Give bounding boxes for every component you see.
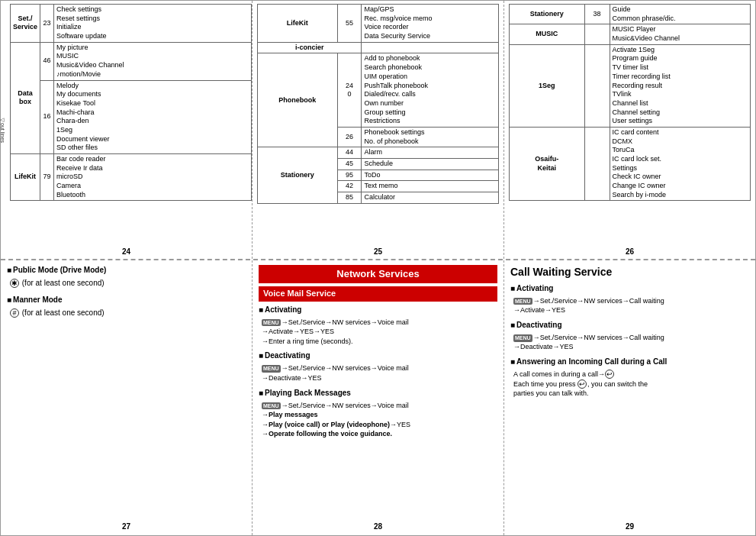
category-iconcier: i-concier [258, 42, 362, 53]
table-row: 16 MelodyMy documentsKisekae ToolMachi-c… [11, 80, 252, 154]
col-page25: LifeKit 55 Map/GPSRec. msg/voice memoVoi… [253, 1, 504, 259]
item-alarm: Alarm [362, 147, 499, 159]
num-osaifu [584, 127, 610, 201]
table-row: Phonebook 240 Add to phonebookSearch pho… [258, 53, 499, 128]
item-textmemo: Text memo [362, 181, 499, 192]
cutout-indicator: ◁out lines [1, 1, 4, 259]
items-lifekit-25: Map/GPSRec. msg/voice memoVoice recorder… [362, 5, 499, 43]
manner-mode-text: (for at least one second) [22, 308, 105, 317]
activating-section-29: Activating MENU→Set./Service→NW services… [510, 283, 749, 315]
category-music: MUSIC [510, 24, 585, 44]
answering-title: Answering an Incoming Call during a Call [510, 357, 749, 367]
hash-icon: # [10, 308, 19, 318]
num-26-ph: 26 [337, 127, 362, 147]
col-page26: Stationery 38 GuideCommon phrase/dic. MU… [504, 1, 755, 259]
category-lifekit-24: LifeKit [11, 154, 40, 201]
public-mode-text: (for at least one second) [22, 279, 105, 287]
menu-icon-deact29: MENU [513, 334, 532, 342]
page-number-27: 27 [122, 521, 130, 532]
menu-icon-play: MENU [262, 402, 281, 410]
table-page26: Stationery 38 GuideCommon phrase/dic. MU… [509, 4, 751, 201]
category-set-service: Set./Service [11, 5, 40, 43]
table-row: i-concier [258, 42, 499, 53]
answering-section: Answering an Incoming Call during a Call… [510, 357, 749, 399]
col-page28: Network Services Voice Mail Service Acti… [253, 260, 504, 535]
cutout-text: ◁out lines [0, 117, 5, 143]
item-calculator: Calculator [362, 192, 499, 204]
item-todo: ToDo [362, 170, 499, 181]
page-number-24: 24 [122, 247, 130, 256]
menu-icon-act29: MENU [513, 298, 532, 305]
page-number-29: 29 [626, 521, 634, 532]
deactivating-content-28: MENU→Set./Service→NW services→Voice mail… [262, 363, 497, 383]
menu-icon: MENU [262, 319, 281, 327]
public-mode-title: Public Mode (Drive Mode) [7, 265, 246, 276]
table-row: Stationery 38 GuideCommon phrase/dic. [510, 5, 751, 24]
num-44: 44 [337, 147, 362, 159]
col-page24: ◁out lines Set./Service 23 Check setting… [1, 1, 253, 259]
items-music: MUSIC PlayerMusic&Video Channel [610, 24, 750, 44]
col-page27: Public Mode (Drive Mode) ✱ (for at least… [1, 260, 253, 535]
items-iconcier [362, 42, 499, 53]
num-46: 46 [40, 42, 54, 80]
num-38: 38 [584, 5, 610, 24]
deactivating-content-29: MENU→Set./Service→NW services→Call waiti… [513, 333, 749, 352]
items-stationery-26: GuideCommon phrase/dic. [610, 5, 750, 24]
table-row: LifeKit 55 Map/GPSRec. msg/voice memoVoi… [258, 5, 499, 43]
item-schedule: Schedule [362, 159, 499, 170]
page-container: ◁out lines Set./Service 23 Check setting… [0, 0, 756, 536]
manner-mode-content: # (for at least one second) [10, 308, 246, 318]
activating-title-29: Activating [510, 283, 749, 294]
network-services-header: Network Services [259, 265, 497, 283]
public-mode-content: ✱ (for at least one second) [10, 278, 246, 289]
table-row: 1Seg Activate 1SegProgram guideTV timer … [510, 44, 751, 127]
call-waiting-header: Call Waiting Service [510, 265, 749, 280]
table-row: Data box 46 My pictureMUSICMusic&Video C… [11, 42, 252, 80]
num-55: 55 [337, 5, 362, 43]
deactivating-section-29: Deactivating MENU→Set./Service→NW servic… [510, 320, 749, 352]
num-42: 42 [337, 181, 362, 192]
num-79: 79 [40, 154, 54, 201]
num-23: 23 [40, 5, 54, 43]
col-page29: Call Waiting Service Activating MENU→Set… [504, 260, 755, 535]
activating-section-28: Activating MENU→Set./Service→NW services… [259, 305, 497, 347]
answering-content: A call comes in during a call→↩ Each tim… [513, 370, 749, 399]
deactivating-title-28: Deactivating [259, 350, 497, 361]
arrow-icon: ↩ [605, 370, 614, 379]
page-number-26: 26 [626, 247, 634, 256]
deactivating-title-29: Deactivating [510, 320, 749, 331]
table-row: Osaifu-Keitai IC card contentDCMXToruCaI… [510, 127, 751, 201]
deactivating-section-28: Deactivating MENU→Set./Service→NW servic… [259, 350, 497, 383]
activating-content-28: MENU→Set./Service→NW services→Voice mail… [262, 318, 497, 347]
bottom-section: Public Mode (Drive Mode) ✱ (for at least… [1, 260, 755, 535]
playing-back-content: MENU→Set./Service→NW services→Voice mail… [262, 401, 497, 439]
activating-content-29: MENU→Set./Service→NW services→Call waiti… [513, 296, 749, 315]
category-phonebook: Phonebook [258, 53, 338, 147]
playing-back-title: Playing Back Messages [259, 388, 497, 399]
category-stationery-26: Stationery [510, 5, 585, 24]
menu-icon-deact: MENU [262, 365, 281, 373]
num-240: 240 [337, 53, 362, 128]
top-section: ◁out lines Set./Service 23 Check setting… [1, 1, 755, 260]
num-85: 85 [337, 192, 362, 204]
items-lifekit-24: Bar code readerReceive Ir datamicroSDCam… [54, 154, 252, 201]
category-lifekit-25: LifeKit [258, 5, 338, 43]
items-set-service: Check settingsReset settingsInitializeSo… [54, 5, 252, 43]
table-row: Set./Service 23 Check settingsReset sett… [11, 5, 252, 43]
category-1seg: 1Seg [510, 44, 585, 127]
voice-mail-header: Voice Mail Service [259, 286, 497, 301]
press-icon: ↩ [577, 379, 587, 389]
category-data-box: Data box [11, 42, 40, 153]
num-16: 16 [40, 80, 54, 154]
star-icon: ✱ [10, 279, 19, 288]
table-row: LifeKit 79 Bar code readerReceive Ir dat… [11, 154, 252, 201]
items-data-box-2: MelodyMy documentsKisekae ToolMachi-char… [54, 80, 252, 154]
page-number-25: 25 [374, 247, 382, 256]
items-phonebook: Add to phonebookSearch phonebookUIM oper… [362, 53, 499, 128]
items-data-box-1: My pictureMUSICMusic&Video Channel♪motio… [54, 42, 252, 80]
page-number-28: 28 [374, 521, 382, 532]
table-page24: Set./Service 23 Check settingsReset sett… [10, 4, 252, 201]
activating-title-28: Activating [259, 305, 497, 315]
manner-mode-title: Manner Mode [7, 295, 246, 305]
table-page25: LifeKit 55 Map/GPSRec. msg/voice memoVoi… [257, 4, 499, 204]
